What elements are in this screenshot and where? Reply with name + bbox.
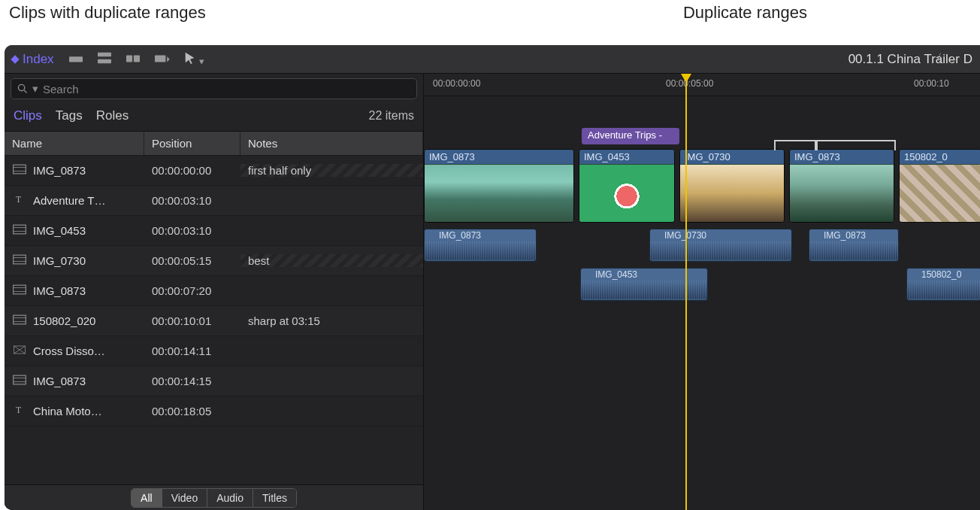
clip-position: 00:00:14:11 (144, 345, 240, 357)
film-icon (653, 232, 662, 240)
clip-list: IMG_087300:00:00:00first half onlyTAdven… (5, 156, 423, 484)
connect-clip-icon[interactable] (68, 51, 84, 67)
col-notes[interactable]: Notes (240, 132, 423, 155)
search-placeholder: Search (43, 83, 79, 96)
text-icon: T (12, 193, 27, 208)
clip-thumbnail (579, 165, 674, 222)
filter-all[interactable]: All (132, 489, 162, 507)
clip-position: 00:00:03:10 (144, 224, 240, 237)
clip-thumbnail (900, 165, 980, 222)
svg-point-6 (18, 84, 24, 90)
waveform (581, 281, 707, 299)
filter-titles[interactable]: Titles (253, 489, 296, 507)
audio-clip[interactable]: IMG_0453 (580, 268, 708, 301)
film-icon (12, 284, 27, 298)
waveform (650, 241, 791, 260)
playhead[interactable] (685, 74, 687, 510)
clip-position: 00:00:07:20 (144, 284, 240, 297)
table-row[interactable]: Cross Disso…00:00:14:11 (5, 336, 423, 366)
table-row[interactable]: TAdventure T…00:00:03:10 (5, 186, 423, 216)
ruler-tick: 00:00:00:00 (433, 78, 480, 89)
col-position[interactable]: Position (144, 132, 240, 155)
audio-clip[interactable]: 150802_0 (906, 268, 980, 301)
table-row[interactable]: IMG_045300:00:03:10 (5, 216, 423, 246)
clip-thumbnail (790, 165, 894, 222)
svg-rect-5 (155, 55, 165, 62)
clip-name: IMG_0730 (33, 254, 86, 267)
film-icon (812, 232, 821, 240)
clip-name: Adventure T… (33, 194, 105, 207)
index-label: Index (23, 52, 54, 67)
overwrite-clip-icon[interactable] (153, 51, 170, 67)
svg-rect-3 (126, 55, 132, 62)
search-input[interactable]: ▾ Search (11, 78, 417, 99)
clip-position: 00:00:14:15 (144, 375, 240, 387)
index-diamond-icon (11, 55, 19, 63)
clip-notes: sharp at 03:15 (240, 314, 423, 327)
table-row[interactable]: IMG_087300:00:07:20 (5, 276, 423, 306)
clip-label: 150802_0 (900, 150, 980, 164)
tab-tags[interactable]: Tags (56, 108, 83, 123)
svg-rect-21 (14, 315, 26, 324)
film-icon (584, 272, 593, 279)
svg-rect-2 (98, 59, 111, 63)
clip-thumbnail (425, 165, 573, 222)
video-track: IMG_0873IMG_0453IMG_0730IMG_0873150802_0 (424, 149, 980, 223)
clip-label: IMG_0873 (425, 150, 573, 164)
audio-clip[interactable]: IMG_0873 (424, 229, 537, 262)
tab-roles[interactable]: Roles (96, 108, 129, 123)
table-row[interactable]: IMG_073000:00:05:15best (5, 246, 423, 276)
video-clip[interactable]: IMG_0873 (789, 149, 894, 223)
clip-name: IMG_0453 (33, 224, 86, 237)
video-clip[interactable]: 150802_0 (899, 149, 980, 223)
table-row[interactable]: IMG_087300:00:14:15 (5, 366, 423, 396)
audio-clip[interactable]: IMG_0873 (809, 229, 899, 262)
duplicate-range-bracket (816, 140, 896, 150)
title-clip[interactable]: Adventure Trips - (582, 128, 679, 144)
filter-video[interactable]: Video (162, 489, 208, 507)
svg-rect-12 (14, 225, 26, 234)
duplicate-range-bracket (774, 140, 816, 150)
film-icon (428, 232, 437, 240)
project-title: 00.1.1 China Trailer D (848, 52, 972, 67)
transition-icon (12, 344, 27, 358)
clip-label: IMG_0873 (809, 229, 898, 241)
clip-position: 00:00:10:01 (144, 314, 240, 327)
clip-thumbnail (680, 165, 784, 222)
video-clip[interactable]: IMG_0730 (679, 149, 785, 223)
video-clip[interactable]: IMG_0873 (424, 149, 574, 223)
column-headers: Name Position Notes (5, 131, 423, 156)
clip-position: 00:00:00:00 (144, 164, 240, 177)
film-icon (12, 253, 27, 268)
film-icon (910, 272, 919, 279)
clip-name: China Moto… (33, 405, 102, 417)
append-clip-icon[interactable] (125, 51, 141, 67)
video-clip[interactable]: IMG_0453 (579, 149, 675, 223)
waveform (907, 281, 980, 299)
svg-rect-0 (69, 56, 83, 62)
audio-clip[interactable]: IMG_0730 (649, 229, 792, 262)
svg-text:T: T (16, 195, 21, 205)
svg-rect-1 (98, 53, 111, 56)
timeline[interactable]: 00:00:00:0000:00:05:0000:00:10 Adventure… (424, 74, 980, 510)
select-tool-icon[interactable]: ▾ (183, 51, 205, 67)
clip-position: 00:00:05:15 (144, 254, 240, 267)
col-name[interactable]: Name (5, 132, 144, 155)
filter-audio[interactable]: Audio (207, 489, 253, 507)
tab-clips[interactable]: Clips (14, 108, 42, 123)
film-icon (12, 223, 27, 238)
app-window: Index ▾ 〈 00.1.1 China Trailer D ▾ Searc… (5, 45, 980, 510)
annotation-left: Clips with duplicate ranges (9, 3, 206, 23)
table-row[interactable]: 150802_02000:00:10:01sharp at 03:15 (5, 306, 423, 336)
index-panel: ▾ Search Clips Tags Roles 22 items Name … (5, 74, 424, 510)
svg-rect-25 (14, 375, 26, 384)
time-ruler[interactable]: 00:00:00:0000:00:05:0000:00:10 (424, 74, 980, 96)
waveform (425, 241, 536, 260)
svg-rect-18 (14, 285, 26, 294)
table-row[interactable]: TChina Moto…00:00:18:05 (5, 396, 423, 427)
clip-label: IMG_0730 (680, 150, 784, 164)
table-row[interactable]: IMG_087300:00:00:00first half only (5, 156, 423, 186)
insert-clip-icon[interactable] (96, 51, 113, 67)
edit-tool-group (68, 51, 170, 67)
index-button[interactable]: Index (12, 52, 54, 67)
